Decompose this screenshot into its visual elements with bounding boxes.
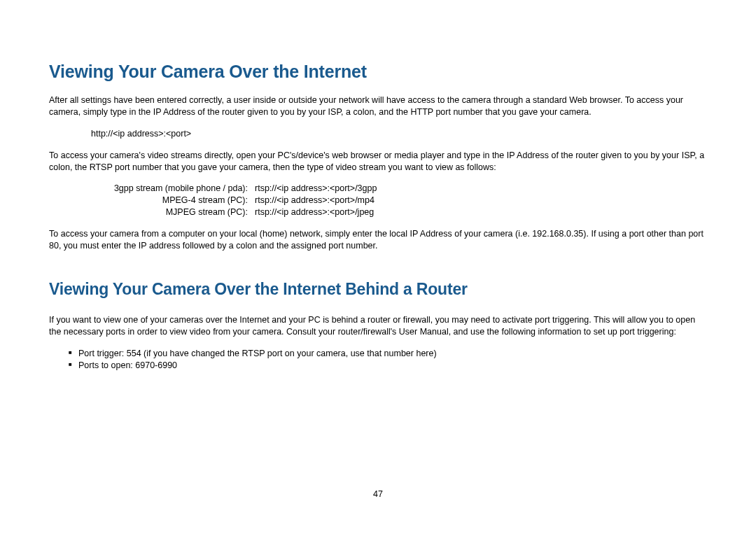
stream-table: 3gpp stream (mobile phone / pda): rtsp:/… xyxy=(66,183,377,218)
list-item: Port trigger: 554 (if you have changed t… xyxy=(69,348,707,360)
table-row: MJPEG stream (PC): rtsp://<ip address>:<… xyxy=(66,206,377,218)
section1-para1: After all settings have been entered cor… xyxy=(49,94,707,118)
stream-value: rtsp://<ip address>:<port>/3gpp xyxy=(255,183,377,195)
table-row: 3gpp stream (mobile phone / pda): rtsp:/… xyxy=(66,183,377,195)
section1-para2: To access your camera's video streams di… xyxy=(49,150,707,174)
stream-label: MPEG-4 stream (PC): xyxy=(66,195,255,206)
stream-value: rtsp://<ip address>:<port>/jpeg xyxy=(255,206,377,218)
section1-para3: To access your camera from a computer on… xyxy=(49,228,707,252)
section2-heading: Viewing Your Camera Over the Internet Be… xyxy=(49,280,707,299)
example-url: http://<ip address>:<port> xyxy=(91,128,707,140)
page-number: 47 xyxy=(0,489,756,499)
section1-heading: Viewing Your Camera Over the Internet xyxy=(49,62,707,82)
table-row: MPEG-4 stream (PC): rtsp://<ip address>:… xyxy=(66,195,377,206)
example-url-block: http://<ip address>:<port> xyxy=(91,128,707,140)
stream-label: 3gpp stream (mobile phone / pda): xyxy=(66,183,255,195)
section2-para1: If you want to view one of your cameras … xyxy=(49,314,707,338)
stream-value: rtsp://<ip address>:<port>/mp4 xyxy=(255,195,377,206)
list-item: Ports to open: 6970-6990 xyxy=(69,360,707,372)
bullet-list: Port trigger: 554 (if you have changed t… xyxy=(69,348,707,372)
stream-label: MJPEG stream (PC): xyxy=(66,206,255,218)
